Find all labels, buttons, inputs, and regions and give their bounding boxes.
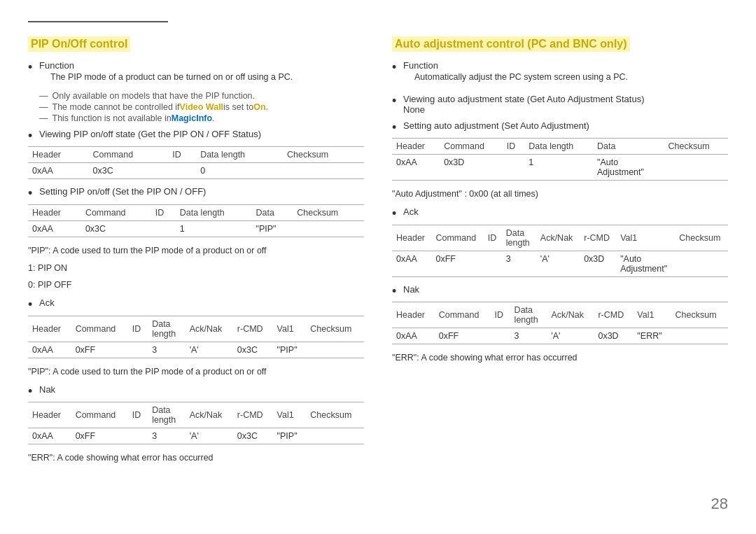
th-checksum: Checksum (671, 302, 728, 328)
th-data-length: Data length (196, 147, 283, 163)
cell-command: 0xFF (435, 328, 491, 344)
table-row: 0xAA 0xFF 3 'A' 0x3C "PIP" (28, 428, 364, 444)
th-r-cmd: r-CMD (594, 302, 633, 328)
cell-checksum (675, 251, 728, 276)
right-column: Auto adjustment control (PC and BNC only… (392, 36, 728, 469)
th-ack-nak: Ack/Nak (547, 302, 594, 328)
function-bullet-right: • Function Automatically adjust the PC s… (392, 60, 728, 88)
pip-note-2: 1: PIP ON (28, 262, 364, 275)
ack-bullet: • Ack (28, 297, 364, 313)
cell-data: "PIP" (251, 220, 293, 237)
th-checksum: Checksum (675, 225, 728, 251)
cell-val1: "AutoAdjustment" (616, 251, 675, 276)
th-ack-nak: Ack/Nak (536, 225, 580, 251)
ack-label: Ack (39, 297, 55, 308)
th-checksum: Checksum (293, 204, 364, 220)
th-checksum: Checksum (306, 402, 364, 428)
bullet-icon-r2: • (392, 94, 403, 109)
note-3: This function is not available in MagicI… (28, 113, 364, 123)
cell-command: 0x3C (88, 163, 168, 179)
view-pip-bullet: • Viewing PIP on/off state (Get the PIP … (28, 129, 364, 144)
cell-id (491, 328, 510, 344)
th-id: ID (484, 225, 502, 251)
cell-ack-nak: 'A' (536, 251, 580, 276)
cell-checksum (664, 155, 728, 181)
th-command: Command (71, 316, 128, 342)
top-line (28, 21, 168, 22)
th-header: Header (28, 402, 71, 428)
cell-r-cmd: 0x3C (233, 342, 273, 358)
table-row: 0xAA 0xFF 3 'A' 0x3D "AutoAdjustment" (392, 251, 728, 276)
ack-label-right: Ack (403, 206, 419, 217)
bullet-icon: • (28, 60, 39, 76)
table-row: 0xAA 0x3D 1 "AutoAdjustment" (392, 155, 728, 181)
nak-bullet-right: • Nak (392, 284, 728, 300)
set-pip-label: Setting PIP on/off (Set the PIP ON / OFF… (39, 186, 206, 197)
th-checksum: Checksum (664, 139, 728, 155)
th-r-cmd: r-CMD (233, 316, 273, 342)
bullet-icon-r4: • (392, 206, 403, 222)
magicinfo-link[interactable]: MagicInfo (172, 113, 212, 123)
th-data: Data (251, 204, 293, 220)
th-header: Header (392, 225, 431, 251)
th-command: Command (435, 302, 491, 328)
err-note-left: "ERR": A code showing what error has occ… (28, 451, 364, 465)
th-data: Data (593, 139, 664, 155)
cell-checksum (293, 220, 364, 237)
cell-id (484, 251, 502, 276)
cell-data-length: 1 (524, 155, 593, 181)
th-data-length: Datalength (510, 302, 547, 328)
cell-data-length: 1 (176, 220, 252, 237)
th-data-length: Datalength (502, 225, 536, 251)
bullet-icon-4: • (28, 297, 39, 313)
cell-id (128, 342, 148, 358)
th-checksum: Checksum (306, 316, 364, 342)
cell-command: 0xFF (431, 251, 483, 276)
set-auto-label: Setting auto adjustment (Set Auto Adjust… (403, 120, 589, 131)
bullet-icon-3: • (28, 186, 39, 202)
th-id: ID (128, 316, 148, 342)
cell-id (128, 428, 148, 444)
cell-header: 0xAA (392, 251, 431, 276)
th-command: Command (88, 147, 168, 163)
note-2: The mode cannot be controlled if Video W… (28, 102, 364, 112)
th-ack-nak: Ack/Nak (186, 316, 233, 342)
note-1: Only available on models that have the P… (28, 91, 364, 101)
function-desc-right: Automatically adjust the PC system scree… (403, 71, 628, 84)
cell-data-length: 3 (502, 251, 536, 276)
th-checksum: Checksum (283, 147, 364, 163)
cell-command: 0xFF (71, 342, 128, 358)
th-header: Header (28, 204, 81, 220)
set-label-bullet: • Setting auto adjustment (Set Auto Adju… (392, 120, 728, 136)
table-row: 0xAA 0x3C 0 (28, 163, 364, 179)
table-ack: Header Command ID Datalength Ack/Nak r-C… (28, 316, 364, 358)
nak-label-right: Nak (403, 284, 419, 295)
video-wall-link[interactable]: Video Wall (180, 102, 224, 112)
cell-header: 0xAA (28, 428, 71, 444)
left-column: PIP On/Off control • Function The PIP mo… (28, 36, 364, 469)
cell-ack-nak: 'A' (547, 328, 594, 344)
bullet-icon-2: • (28, 129, 39, 144)
cell-val1: "PIP" (273, 342, 307, 358)
bullet-icon-r5: • (392, 284, 403, 300)
cell-command: 0xFF (71, 428, 128, 444)
cell-header: 0xAA (392, 155, 440, 181)
th-header: Header (28, 316, 71, 342)
cell-r-cmd: 0x3D (594, 328, 633, 344)
th-command: Command (431, 225, 483, 251)
on-link[interactable]: On (253, 102, 265, 112)
table-nak: Header Command ID Datalength Ack/Nak r-C… (28, 402, 364, 444)
th-id: ID (168, 147, 196, 163)
th-data-length: Datalength (148, 402, 186, 428)
cell-ack-nak: 'A' (186, 342, 233, 358)
cell-r-cmd: 0x3D (580, 251, 616, 276)
th-id: ID (128, 402, 148, 428)
cell-header: 0xAA (28, 163, 88, 179)
cell-header: 0xAA (392, 328, 435, 344)
th-data-length: Data length (524, 139, 593, 155)
th-command: Command (440, 139, 503, 155)
th-command: Command (71, 402, 128, 428)
table-row: 0xAA 0x3C 1 "PIP" (28, 220, 364, 237)
th-val1: Val1 (633, 302, 671, 328)
table-ack-right: Header Command ID Datalength Ack/Nak r-C… (392, 225, 728, 277)
